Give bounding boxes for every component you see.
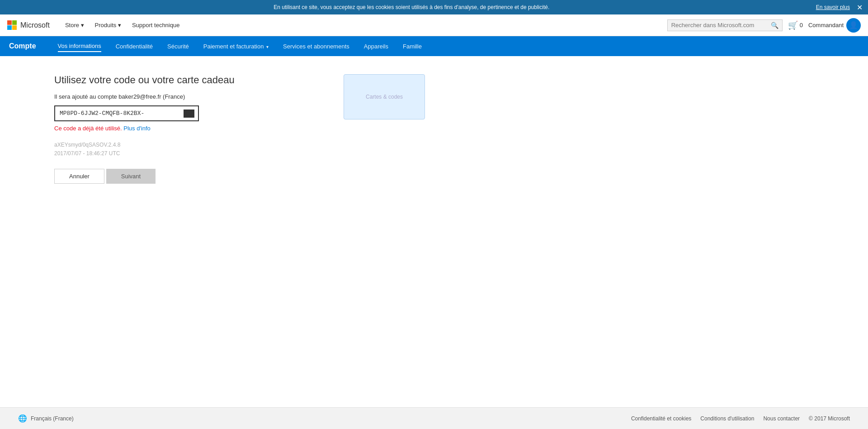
account-subtitle: Il sera ajouté au compte baker29@free.fr…	[54, 93, 326, 100]
cookie-close-button[interactable]: ✕	[857, 3, 863, 12]
transaction-line1: aXEYsmyd/0qSASOV.2.4.8	[54, 141, 326, 149]
nav-vos-informations[interactable]: Vos informations	[58, 41, 101, 52]
account-nav: Compte Vos informations Confidentialité …	[0, 36, 868, 56]
cookie-banner-text: En utilisant ce site, vous acceptez que …	[7, 4, 816, 10]
search-input[interactable]	[671, 22, 771, 29]
gift-card-area: Cartes & codes	[344, 74, 814, 119]
footer-contact-link[interactable]: Nous contacter	[763, 415, 800, 422]
nav-securite[interactable]: Sécurité	[167, 41, 189, 52]
footer-privacy-link[interactable]: Confidentialité et cookies	[631, 415, 691, 422]
user-avatar: 👤	[846, 18, 861, 33]
footer-copyright: © 2017 Microsoft	[809, 415, 850, 422]
transaction-line2: 2017/07/07 - 18:46:27 UTC	[54, 149, 326, 158]
cookie-learn-more-link[interactable]: En savoir plus	[816, 4, 850, 10]
nav-paiement[interactable]: Paiement et facturation ▾	[203, 41, 269, 52]
user-label: Commandant	[808, 22, 844, 29]
locale-label: Français (France)	[31, 415, 74, 422]
search-box[interactable]: 🔍	[667, 19, 783, 31]
error-link[interactable]: Plus d'info	[123, 125, 151, 132]
cart-icon: 🛒	[788, 20, 798, 30]
footer: 🌐 Français (France) Confidentialité et c…	[0, 407, 868, 429]
microsoft-logo[interactable]: Microsoft	[7, 20, 50, 30]
ms-logo-grid	[7, 20, 17, 30]
produits-link[interactable]: Produits ▾	[90, 20, 126, 30]
code-input-box[interactable]	[54, 105, 199, 121]
footer-left: 🌐 Français (France)	[18, 414, 74, 423]
logo-yellow	[12, 25, 17, 30]
top-nav-links: Store ▾ Produits ▾ Support technique	[61, 20, 184, 30]
error-message: Ce code a déjà été utilisé. Plus d'info	[54, 125, 326, 132]
top-nav-right: 🔍 🛒 0 Commandant 👤	[667, 18, 861, 33]
gift-card-label: Cartes & codes	[366, 94, 403, 100]
user-avatar-icon: 👤	[849, 21, 858, 29]
transaction-info: aXEYsmyd/0qSASOV.2.4.8 2017/07/07 - 18:4…	[54, 141, 326, 158]
top-nav: Microsoft Store ▾ Produits ▾ Support tec…	[0, 14, 868, 36]
main-content: Utilisez votre code ou votre carte cadea…	[0, 56, 868, 407]
footer-right: Confidentialité et cookies Conditions d'…	[631, 415, 850, 422]
footer-terms-link[interactable]: Conditions d'utilisation	[700, 415, 754, 422]
ms-logo-text: Microsoft	[20, 21, 50, 29]
error-text: Ce code a déjà été utilisé.	[54, 125, 122, 132]
content-right: Cartes & codes	[344, 74, 814, 389]
code-input[interactable]	[55, 106, 184, 120]
cart-area[interactable]: 🛒 0	[788, 20, 803, 30]
nav-services[interactable]: Services et abonnements	[283, 41, 349, 52]
cancel-button[interactable]: Annuler	[54, 169, 104, 184]
gift-card-image: Cartes & codes	[344, 74, 425, 119]
logo-green	[12, 20, 17, 25]
paiement-arrow: ▾	[266, 44, 269, 49]
store-link[interactable]: Store ▾	[61, 20, 89, 30]
nav-appareils[interactable]: Appareils	[364, 41, 388, 52]
nav-famille[interactable]: Famille	[403, 41, 422, 52]
cart-count: 0	[800, 22, 803, 29]
action-buttons: Annuler Suivant	[54, 169, 326, 184]
user-area[interactable]: Commandant 👤	[808, 18, 861, 33]
support-link[interactable]: Support technique	[127, 20, 184, 30]
page-title: Utilisez votre code ou votre carte cadea…	[54, 74, 326, 86]
next-button[interactable]: Suivant	[106, 169, 156, 184]
content-left: Utilisez votre code ou votre carte cadea…	[54, 74, 326, 389]
logo-blue	[7, 25, 12, 30]
text-cursor	[184, 110, 194, 118]
nav-confidentialite[interactable]: Confidentialité	[116, 41, 153, 52]
cookie-banner: En utilisant ce site, vous acceptez que …	[0, 0, 868, 14]
logo-red	[7, 20, 12, 25]
account-nav-title: Compte	[9, 42, 36, 50]
search-icon[interactable]: 🔍	[771, 22, 778, 29]
globe-icon: 🌐	[18, 414, 27, 423]
